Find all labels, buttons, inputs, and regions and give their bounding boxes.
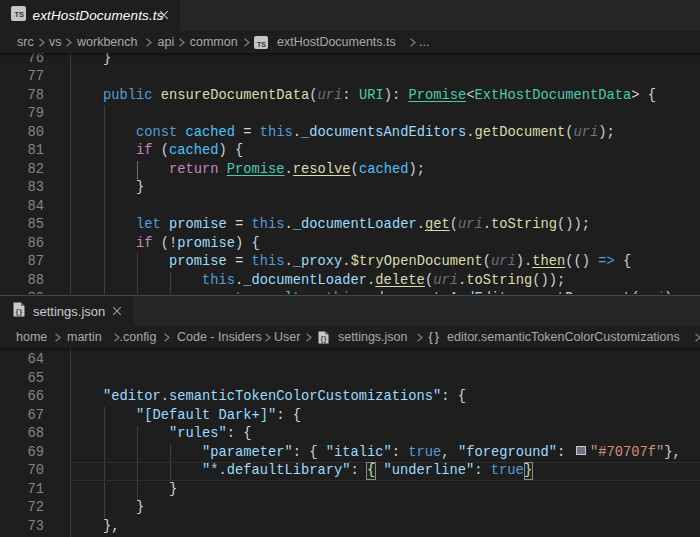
svg-text:{ }: { } [15, 307, 22, 316]
svg-text:{ }: { } [320, 334, 326, 343]
